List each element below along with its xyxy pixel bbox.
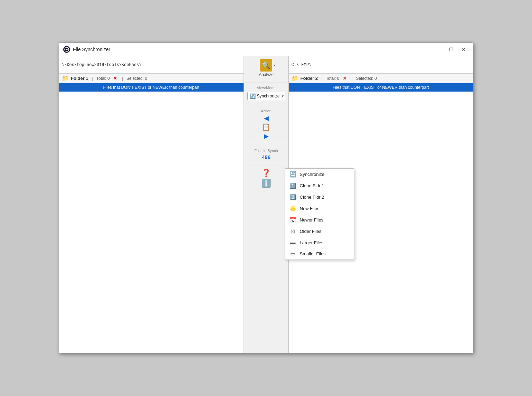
arrow-right-icon: ▶: [264, 132, 269, 140]
copy-button[interactable]: 📋: [262, 123, 271, 131]
menu-item-clone-fldr1[interactable]: 1️⃣ Clone Fldr 1: [285, 180, 354, 191]
right-folder-label: Folder 2: [301, 76, 318, 81]
right-clear-button[interactable]: ✕: [343, 76, 346, 81]
right-total: Total: 0: [326, 76, 339, 81]
menu-item-synchronize-label: Synchronize: [300, 172, 325, 177]
menu-item-newer-files[interactable]: 📅 Newer Files: [285, 214, 354, 226]
menu-item-new-files-label: New Files: [300, 206, 320, 211]
analyze-label: Analyze: [259, 72, 274, 77]
right-folder-icon: 📁: [292, 75, 298, 82]
menu-item-larger-files-label: Larger Files: [300, 240, 324, 245]
left-files-header: Files that DON'T EXIST or NEWER than cou…: [59, 83, 244, 92]
sync-dropdown-menu: 🔄 Synchronize 1️⃣ Clone Fldr 1 2️⃣ Clone…: [285, 168, 354, 260]
divider-1: [244, 83, 288, 83]
files-synch-label: Files in Synch: [254, 149, 278, 153]
menu-item-older-files[interactable]: ⊠ Older Files: [285, 226, 354, 237]
sync-mode-icon: 🔄: [250, 93, 256, 99]
analyze-button[interactable]: 🔍: [260, 59, 272, 72]
left-folder-label: Folder 1: [71, 76, 88, 81]
menu-item-clone2-label: Clone Fldr 2: [300, 195, 324, 200]
help-button[interactable]: ❓: [262, 169, 271, 178]
left-clear-button[interactable]: ✕: [113, 76, 117, 81]
menu-item-synchronize[interactable]: 🔄 Synchronize: [285, 169, 354, 180]
copy-icon: 📋: [262, 123, 270, 131]
older-files-menu-icon: ⊠: [289, 228, 296, 235]
left-path-bar: \\Desktop-new2019\tools\KeePass\: [59, 56, 244, 74]
app-icon: [63, 46, 70, 53]
left-path-text: \\Desktop-new2019\tools\KeePass\: [62, 63, 141, 67]
center-panel: 🔍 Analyze View/Mode 🔄 Synchronize ▼ 🔄 Sy…: [244, 56, 289, 353]
app-window: File Synchronizer — ☐ ✕ \\Desktop-new201…: [59, 43, 473, 353]
divider-2: [244, 103, 288, 103]
menu-item-older-files-label: Older Files: [300, 229, 322, 234]
view-mode-label: View/Mode: [257, 86, 275, 90]
clone1-menu-icon: 1️⃣: [289, 182, 296, 189]
menu-item-smaller-files-label: Smaller Files: [300, 251, 326, 256]
larger-files-menu-icon: ▬: [289, 239, 296, 246]
right-selected: Selected: 0: [356, 76, 377, 81]
left-panel: \\Desktop-new2019\tools\KeePass\ 📁 Folde…: [59, 56, 244, 353]
menu-item-smaller-files[interactable]: ▭ Smaller Files: [285, 248, 354, 260]
minimize-button[interactable]: —: [434, 46, 444, 53]
right-path-text: C:\TEMP\: [292, 63, 312, 67]
synch-count: 496: [262, 154, 270, 160]
sync-mode-text: Synchronize: [257, 94, 280, 98]
menu-item-clone1-label: Clone Fldr 1: [300, 183, 324, 188]
copy-right-button[interactable]: ▶: [262, 132, 271, 140]
menu-item-new-files[interactable]: 🌟 New Files: [285, 203, 354, 214]
right-path-bar: C:\TEMP\: [289, 56, 473, 74]
close-button[interactable]: ✕: [458, 46, 469, 53]
newer-files-menu-icon: 📅: [289, 217, 296, 223]
window-controls: — ☐ ✕: [434, 46, 469, 53]
smaller-files-menu-icon: ▭: [289, 251, 296, 257]
title-bar: File Synchronizer — ☐ ✕: [59, 43, 473, 56]
left-total: Total: 0: [96, 76, 110, 81]
action-label: Action: [261, 109, 272, 113]
sync-mode-arrow: ▼: [281, 94, 285, 98]
title-bar-left: File Synchronizer: [63, 46, 110, 53]
left-selected: Selected: 0: [126, 76, 147, 81]
analyze-section: 🔍 Analyze: [259, 59, 274, 77]
clone2-menu-icon: 2️⃣: [289, 194, 296, 200]
info-button[interactable]: ℹ️: [262, 179, 271, 188]
window-title: File Synchronizer: [73, 47, 110, 52]
main-content: \\Desktop-new2019\tools\KeePass\ 📁 Folde…: [59, 56, 473, 353]
menu-item-newer-files-label: Newer Files: [300, 217, 324, 223]
right-folder-bar: 📁 Folder 2 | Total: 0 ✕ | Selected: 0: [289, 74, 473, 83]
divider-4: [244, 163, 288, 163]
sync-mode-dropdown[interactable]: 🔄 Synchronize ▼ 🔄 Synchronize 1️⃣ Clone …: [247, 92, 285, 100]
new-files-menu-icon: 🌟: [289, 205, 296, 212]
sync-menu-icon: 🔄: [289, 171, 296, 178]
menu-item-clone-fldr2[interactable]: 2️⃣ Clone Fldr 2: [285, 191, 354, 203]
menu-item-larger-files[interactable]: ▬ Larger Files: [285, 237, 354, 248]
copy-left-button[interactable]: ◀: [262, 114, 271, 122]
left-folder-bar: 📁 Folder 1 | Total: 0 ✕ | Selected: 0: [59, 74, 244, 83]
maximize-button[interactable]: ☐: [446, 46, 456, 53]
divider-3: [244, 143, 288, 143]
left-folder-icon: 📁: [62, 75, 69, 82]
arrow-left-icon: ◀: [264, 114, 269, 122]
right-files-header: Files that DON'T EXIST or NEWER than cou…: [289, 83, 473, 92]
left-panel-body: [59, 92, 244, 353]
